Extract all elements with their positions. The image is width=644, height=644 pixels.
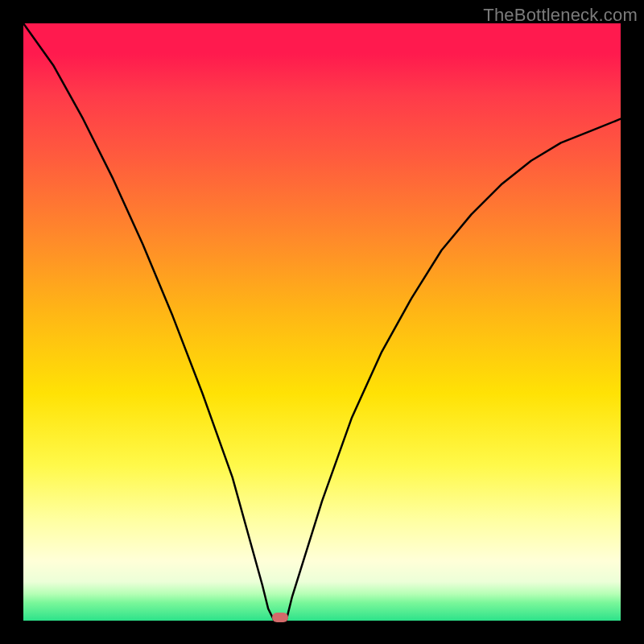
curve-path	[23, 23, 621, 621]
plot-area	[23, 23, 621, 621]
optimum-marker	[272, 613, 288, 622]
chart-frame: TheBottleneck.com	[0, 0, 644, 644]
watermark-text: TheBottleneck.com	[483, 5, 638, 26]
bottleneck-curve	[23, 23, 621, 621]
